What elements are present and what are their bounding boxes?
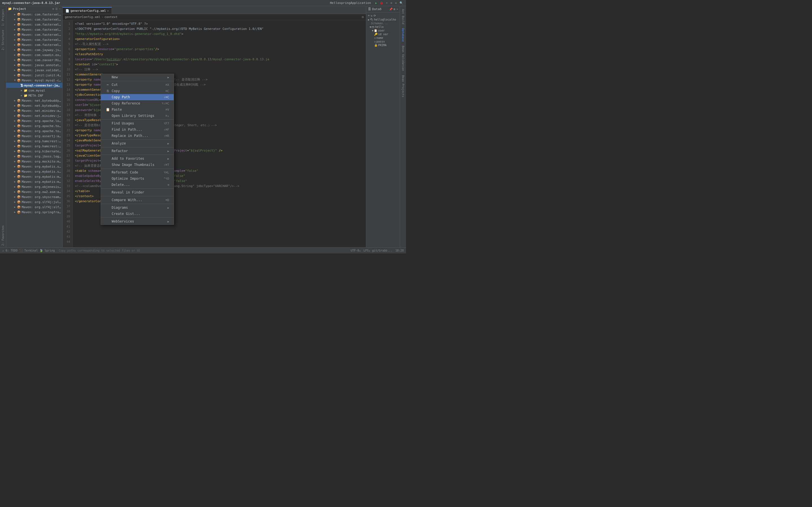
menu-item-gist[interactable]: Create Gist... — [101, 211, 174, 217]
menu-item-analyze[interactable]: Analyze ▶ — [101, 140, 174, 147]
refresh-icon[interactable]: ↻ — [371, 14, 372, 17]
sidebar-gear-icon[interactable]: ☰ — [55, 7, 58, 10]
menu-item-copy-reference[interactable]: Copy Reference ⌥⇧⌘C — [101, 100, 174, 107]
menu-item-paste[interactable]: 📋 Paste ⌘V — [101, 107, 174, 113]
tree-item-asm[interactable]: ▶ 📦 Maven: org.ow2.asm:asm:5.0.4 — [6, 189, 62, 194]
right-tab-bean-validation[interactable]: Bean Validation — [401, 44, 405, 73]
db-tree-col-passv[interactable]: ▫ passv — [367, 40, 399, 43]
tree-item-meta-inf[interactable]: ▶ 📁 META-INF — [6, 93, 62, 98]
tree-item-mockito[interactable]: ▶ 📦 Maven: org.mockito:mockito-core — [6, 159, 62, 164]
tree-item-mybatis-spr[interactable]: ▶ 📦 Maven: org.mybatis:mybatis-spr — [6, 179, 62, 184]
db-tree-user[interactable]: ▼ 📋 user — [367, 29, 399, 33]
tree-item-slf4j-jul[interactable]: ▶ 📦 Maven: org.slf4j:jul-to-slf4j:1.7. — [6, 200, 62, 205]
profile-button[interactable]: ⊕ — [390, 1, 393, 5]
tree-item-hamcrest1[interactable]: ▶ 📦 Maven: org.hamcrest:hamcrest- — [6, 138, 62, 144]
sync-icon[interactable]: ⟳ — [373, 14, 376, 17]
menu-item-refactor[interactable]: Refactor ▶ — [101, 148, 174, 154]
menu-item-replace-in-path[interactable]: Replace in Path... ⇧⌘R — [101, 133, 174, 139]
tree-item-springframework[interactable]: ▶ 📦 Maven: org.springframework.bo — [6, 210, 62, 215]
tree-item-jackson-databind[interactable]: ▶ 📦 Maven: com.fasterxml.jackson.core:ja… — [6, 22, 62, 27]
panel-pin-icon[interactable]: 📌 — [389, 8, 393, 11]
menu-item-reveal[interactable]: Reveal in Finder — [101, 189, 174, 195]
tree-item-mysql-jar[interactable]: 🗜 mysql-connector-java-8.0.13 — [6, 83, 62, 88]
tree-item-bytebuddy2[interactable]: ▶ 📦 Maven: net.bytebuddy:byte-bud — [6, 103, 62, 108]
spring-label[interactable]: Spring — [45, 249, 55, 252]
sidebar-item-structure[interactable]: 2: Structure — [1, 28, 5, 52]
db-tree-col-id[interactable]: 🔑 id var — [367, 33, 399, 36]
menu-item-webservices[interactable]: WebServices ▶ — [101, 218, 174, 224]
tree-item-hikaricp[interactable]: ▶ 📦 Maven: com.zaxxer:HikariCP:3.2.0 — [6, 57, 62, 62]
tree-item-mysql[interactable]: ▼ 📦 Maven: mysql:mysql-connector-java:8.… — [6, 78, 62, 83]
panel-minimize-icon[interactable]: − — [396, 8, 398, 11]
menu-item-optimize-imports[interactable]: Optimize Imports ^⌥O — [101, 175, 174, 182]
menu-item-open-library[interactable]: Open Library Settings ⌘↓ — [101, 113, 174, 119]
tree-item-com-mysql[interactable]: ▶ 📁 com.mysql — [6, 88, 62, 93]
tree-item-objenesis[interactable]: ▶ 📦 Maven: org.objenesis:objenesis: — [6, 184, 62, 189]
tree-item-mybatis[interactable]: ▶ 📦 Maven: org.mybatis:mybatis:3.4 — [6, 174, 62, 179]
right-tab-ant-build[interactable]: Ant Build — [401, 7, 405, 26]
db-tree-col-name[interactable]: ▫ name — [367, 36, 399, 40]
tree-item-javax-validation[interactable]: ▶ 📦 Maven: javax.validation:validation-a… — [6, 68, 62, 73]
menu-item-delete[interactable]: Delete... ⌫ — [101, 182, 174, 188]
menu-item-find-in-path[interactable]: Find in Path... ⇧⌘F — [101, 126, 174, 133]
tree-item-jboss-logging[interactable]: ▶ 📦 Maven: org.jboss.logging:jboss- — [6, 154, 62, 159]
tree-item-jsonassert[interactable]: ▶ 📦 Maven: org.skyscreamer:jsonas — [6, 194, 62, 200]
run-button[interactable]: ▶ — [374, 1, 378, 5]
db-tree-hello[interactable]: ▼ 🗃 hello — [367, 25, 399, 29]
sidebar-settings-icon[interactable]: ⚙ — [52, 7, 54, 10]
tree-item-jackson-module[interactable]: ▶ 📦 Maven: com.fasterxml.jackson.module:… — [6, 37, 62, 42]
right-tab-database[interactable]: Database — [401, 26, 405, 43]
menu-item-new[interactable]: New ▶ — [101, 74, 174, 80]
coverage-button[interactable]: ☂ — [385, 1, 389, 5]
db-tree-col-prima[interactable]: 🔒 PRIMA — [367, 43, 399, 47]
tree-item-tomcat2[interactable]: ▶ 📦 Maven: org.apache.tomcat.embe — [6, 128, 62, 133]
tab-close-button[interactable]: × — [107, 9, 109, 12]
db-tree-schemas[interactable]: Schemas... — [367, 21, 399, 25]
tools-button[interactable]: ≡ — [394, 1, 398, 5]
menu-item-add-favorites[interactable]: Add to Favorites ▶ — [101, 156, 174, 162]
menu-item-thumbnails[interactable]: Show Image Thumbnails ⇧⌘T — [101, 162, 174, 168]
tree-item-jackson-datat1[interactable]: ▶ 📦 Maven: com.fasterxml.jackson.datatyp… — [6, 27, 62, 32]
tab-generator-config[interactable]: 📄 generatorConfig.xml × — [63, 7, 112, 14]
search-button[interactable]: 🔍 — [399, 1, 404, 5]
tree-item-jackson-core[interactable]: ▶ 📦 Maven: com.fasterxml.jackson.core:ja… — [6, 17, 62, 22]
menu-item-compare[interactable]: Compare With... ⌘D — [101, 197, 174, 203]
tree-item-jsonpath[interactable]: ▶ 📦 Maven: com.jayway.jsonpath:json-path… — [6, 47, 62, 52]
sidebar-item-project[interactable]: 1: Project — [1, 7, 5, 27]
tree-item-slf4j-api[interactable]: ▶ 📦 Maven: org.slf4j:slf4j-api:1.7.25 — [6, 205, 62, 210]
tree-item-junit[interactable]: ▶ 📦 Maven: junit:junit:4.12 — [6, 73, 62, 78]
sidebar-item-favorites[interactable]: 2: Favorites — [1, 224, 5, 247]
menu-item-reformat[interactable]: Reformat Code ⌥⌘L — [101, 169, 174, 175]
tree-item-javax-annotation[interactable]: ▶ 📦 Maven: javax.annotation:javax.annota… — [6, 62, 62, 68]
tree-item-mybatis-spring-boot1[interactable]: ▶ 📦 Maven: org.mybatis.spring.boot — [6, 164, 62, 169]
right-tab-bean-projects[interactable]: Bean Projects — [401, 73, 405, 99]
menu-item-cut[interactable]: ✂ Cut ⌘X — [101, 82, 174, 88]
status-git[interactable]: LFS↓ git/Grabb... — [364, 249, 393, 252]
menu-item-copy-path[interactable]: Copy Path ⇧⌘C — [101, 94, 174, 100]
tree-item-android-json[interactable]: ▶ 📦 Maven: com.vaadin.external.google:an… — [6, 52, 62, 57]
tree-item-tomcat1[interactable]: ▶ 📦 Maven: org.apache.tomcat.embe — [6, 123, 62, 128]
todo-label[interactable]: 6: TODO — [6, 249, 17, 252]
sidebar-minimize-icon[interactable]: − — [59, 7, 61, 10]
tree-item-jackson-annotation[interactable]: ▶ 📦 Maven: com.fasterxml.jackson.core:ja… — [6, 12, 62, 17]
tree-item-classmate[interactable]: ▶ 📦 Maven: com.fasterxml.classmate:1.4.0 — [6, 42, 62, 47]
tree-item-hamcrest2[interactable]: ▶ 📦 Maven: org.hamcrest:hamcrest- — [6, 144, 62, 149]
tree-item-mybatis-spring-boot2[interactable]: ▶ 📦 Maven: org.mybatis.spring.boot — [6, 169, 62, 174]
tree-item-accessors[interactable]: ▶ 📦 Maven: net.minidev:accessors-s — [6, 108, 62, 113]
status-encoding[interactable]: UTF-8↓ — [350, 249, 361, 252]
tree-item-assertj[interactable]: ▶ 📦 Maven: org.assertj:assertj-core: — [6, 133, 62, 138]
collapse-icon[interactable]: ⊟ — [362, 15, 364, 19]
tree-item-hibernate[interactable]: ▶ 📦 Maven: org.hibernate.validator:h — [6, 149, 62, 154]
tree-item-bytebuddy1[interactable]: ▶ 📦 Maven: net.bytebuddy:byte-bud — [6, 98, 62, 103]
terminal-label[interactable]: Terminal — [24, 249, 38, 252]
debug-button[interactable]: 🐞 — [379, 1, 384, 5]
tree-item-json-smart[interactable]: ▶ 📦 Maven: net.minidev:json-smart:. — [6, 113, 62, 118]
menu-item-copy[interactable]: ⎘ Copy ⌘C — [101, 88, 174, 94]
menu-item-find-usages[interactable]: Find Usages ⌥F7 — [101, 120, 174, 126]
tree-item-jackson-datat2[interactable]: ▶ 📦 Maven: com.fasterxml.jackson.datatyp… — [6, 32, 62, 37]
db-tree-connection[interactable]: ▶ 🔌 hello@localho — [367, 18, 399, 21]
menu-item-diagrams[interactable]: Diagrams ▶ — [101, 205, 174, 211]
panel-settings-icon[interactable]: ⚙ — [394, 8, 395, 11]
tree-item-log4j[interactable]: ▶ 📦 Maven: org.apache.logging.log4 — [6, 118, 62, 123]
add-datasource-icon[interactable]: + — [368, 14, 370, 17]
